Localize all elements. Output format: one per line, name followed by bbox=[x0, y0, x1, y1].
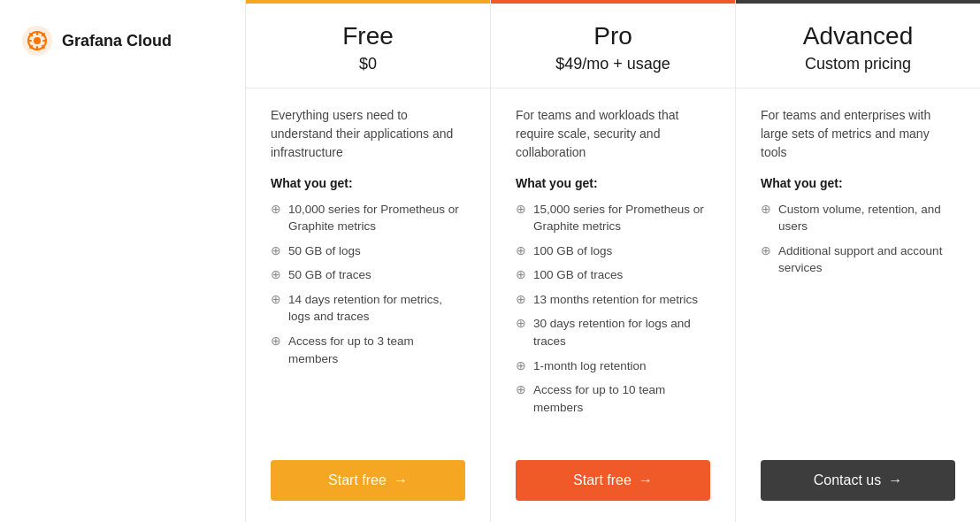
plus-circle-icon: ⊕ bbox=[271, 203, 281, 215]
page-wrapper: Grafana Cloud Free $0 Everything users n… bbox=[0, 0, 980, 522]
plus-circle-icon: ⊕ bbox=[271, 268, 281, 280]
list-item: ⊕50 GB of traces bbox=[271, 266, 465, 284]
advanced-cta-button[interactable]: Contact us → bbox=[761, 460, 955, 501]
plus-circle-icon: ⊕ bbox=[761, 203, 771, 215]
grafana-logo-icon bbox=[21, 25, 53, 57]
list-item: ⊕100 GB of logs bbox=[516, 242, 710, 260]
free-cta-button[interactable]: Start free → bbox=[271, 460, 465, 501]
plus-circle-icon: ⊕ bbox=[271, 334, 281, 347]
list-item: ⊕100 GB of traces bbox=[516, 266, 710, 284]
pro-plan-col: Pro $49/mo + usage For teams and workloa… bbox=[491, 0, 736, 522]
plus-circle-icon: ⊕ bbox=[516, 293, 526, 305]
svg-point-2 bbox=[34, 37, 41, 44]
pro-plan-header: Pro $49/mo + usage bbox=[491, 4, 735, 88]
plus-circle-icon: ⊕ bbox=[516, 244, 526, 257]
plus-circle-icon: ⊕ bbox=[271, 293, 281, 305]
list-item: ⊕15,000 series for Prometheus or Graphit… bbox=[516, 201, 710, 235]
advanced-plan-footer: Contact us → bbox=[736, 446, 980, 522]
pro-features-label: What you get: bbox=[516, 176, 710, 190]
free-plan-footer: Start free → bbox=[246, 446, 490, 522]
free-plan-price: $0 bbox=[271, 55, 465, 73]
advanced-plan-name: Advanced bbox=[761, 21, 955, 51]
plus-circle-icon: ⊕ bbox=[761, 244, 771, 257]
plus-circle-icon: ⊕ bbox=[516, 359, 526, 372]
advanced-plan-col: Advanced Custom pricing For teams and en… bbox=[736, 0, 980, 522]
free-features-label: What you get: bbox=[271, 176, 465, 190]
logo-text: Grafana Cloud bbox=[62, 32, 172, 50]
advanced-plan-price: Custom pricing bbox=[761, 55, 955, 73]
list-item: ⊕10,000 series for Prometheus or Graphit… bbox=[271, 201, 465, 235]
pro-plan-body: For teams and workloads that require sca… bbox=[491, 88, 735, 446]
advanced-plan-description: For teams and enterprises with large set… bbox=[761, 106, 955, 162]
list-item: ⊕50 GB of logs bbox=[271, 242, 465, 260]
sidebar: Grafana Cloud bbox=[0, 0, 246, 522]
logo-area: Grafana Cloud bbox=[21, 25, 172, 57]
free-plan-body: Everything users need to understand thei… bbox=[246, 88, 490, 446]
plus-circle-icon: ⊕ bbox=[271, 244, 281, 257]
free-plan-col: Free $0 Everything users need to underst… bbox=[246, 0, 491, 522]
free-plan-name: Free bbox=[271, 21, 465, 51]
advanced-plan-header: Advanced Custom pricing bbox=[736, 4, 980, 88]
plus-circle-icon: ⊕ bbox=[516, 383, 526, 395]
list-item: ⊕Custom volume, retention, and users bbox=[761, 201, 955, 235]
list-item: ⊕Access for up to 3 team members bbox=[271, 333, 465, 367]
list-item: ⊕Additional support and account services bbox=[761, 242, 955, 277]
pro-plan-price: $49/mo + usage bbox=[516, 55, 710, 73]
list-item: ⊕30 days retention for logs and traces bbox=[516, 315, 710, 349]
plus-circle-icon: ⊕ bbox=[516, 268, 526, 280]
free-plan-description: Everything users need to understand thei… bbox=[271, 106, 465, 162]
plus-circle-icon: ⊕ bbox=[516, 203, 526, 215]
pro-features-list: ⊕15,000 series for Prometheus or Graphit… bbox=[516, 201, 710, 428]
plus-circle-icon: ⊕ bbox=[516, 317, 526, 329]
pro-plan-name: Pro bbox=[516, 21, 710, 51]
list-item: ⊕13 months retention for metrics bbox=[516, 291, 710, 309]
list-item: ⊕Access for up to 10 team members bbox=[516, 381, 710, 416]
list-item: ⊕1-month log retention bbox=[516, 357, 710, 375]
advanced-features-label: What you get: bbox=[761, 176, 955, 190]
list-item: ⊕14 days retention for metrics, logs and… bbox=[271, 291, 465, 326]
pricing-area: Free $0 Everything users need to underst… bbox=[246, 0, 980, 522]
free-plan-header: Free $0 bbox=[246, 4, 490, 88]
advanced-features-list: ⊕Custom volume, retention, and users ⊕Ad… bbox=[761, 201, 955, 428]
pro-plan-description: For teams and workloads that require sca… bbox=[516, 106, 710, 162]
advanced-plan-body: For teams and enterprises with large set… bbox=[736, 88, 980, 446]
pro-plan-footer: Start free → bbox=[491, 446, 735, 522]
pro-cta-button[interactable]: Start free → bbox=[516, 460, 710, 501]
free-features-list: ⊕10,000 series for Prometheus or Graphit… bbox=[271, 201, 465, 428]
